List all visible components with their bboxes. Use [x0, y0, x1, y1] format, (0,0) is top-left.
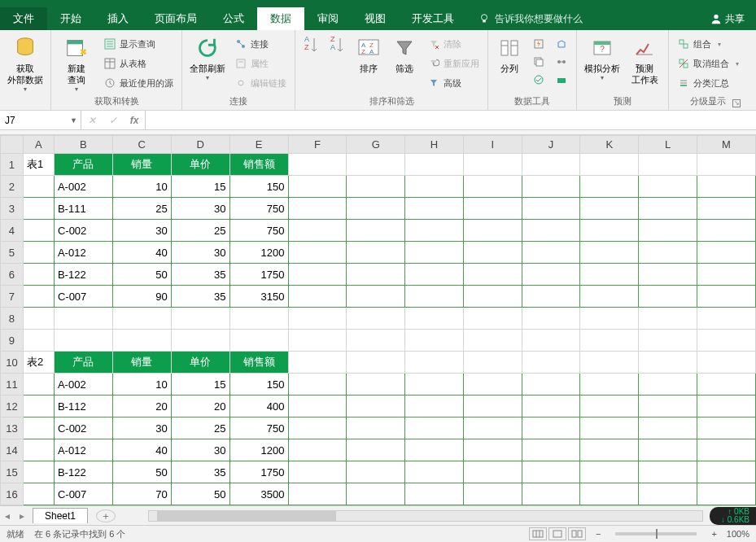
cell[interactable]: 30 — [171, 242, 229, 264]
cell[interactable]: 30 — [112, 220, 171, 242]
cell[interactable]: A-002 — [54, 374, 112, 396]
filter-button[interactable]: 筛选 — [388, 33, 421, 74]
cell[interactable]: 产品 — [54, 352, 112, 374]
sort-za-button[interactable]: ZA — [326, 33, 349, 58]
cell[interactable]: 30 — [112, 417, 171, 439]
tab-insert[interactable]: 插入 — [94, 7, 142, 30]
col-header[interactable]: H — [405, 136, 464, 154]
consolidate-button[interactable] — [552, 35, 571, 53]
tab-review[interactable]: 审阅 — [304, 7, 352, 30]
zoom-in-button[interactable]: + — [711, 529, 716, 539]
tab-formulas[interactable]: 公式 — [210, 7, 257, 30]
tab-developer[interactable]: 开发工具 — [399, 7, 467, 30]
view-switcher[interactable] — [529, 527, 586, 540]
cell[interactable]: B-112 — [54, 396, 112, 417]
cell[interactable]: 15 — [171, 374, 229, 396]
cell[interactable]: C-002 — [54, 220, 112, 242]
row-header[interactable]: 2 — [1, 176, 24, 198]
cell[interactable]: C-002 — [54, 417, 112, 439]
sheet-nav-first[interactable]: ◂ — [0, 510, 15, 522]
col-header[interactable]: I — [463, 136, 522, 154]
page-break-view-icon[interactable] — [568, 527, 586, 540]
cell[interactable]: 90 — [112, 286, 171, 308]
zoom-level[interactable]: 100% — [727, 529, 749, 539]
refresh-all-button[interactable]: 全部刷新 ▾ — [187, 33, 228, 81]
select-all-corner[interactable] — [1, 136, 24, 154]
column-headers[interactable]: A B C D E F G H I J K L M — [1, 136, 756, 154]
horizontal-scrollbar[interactable] — [148, 510, 703, 522]
col-header[interactable]: L — [639, 136, 697, 154]
row-header[interactable]: 4 — [1, 220, 24, 242]
cell[interactable]: B-122 — [54, 264, 112, 286]
remove-duplicates-button[interactable] — [529, 53, 548, 71]
cell[interactable]: C-007 — [54, 286, 112, 308]
cell[interactable]: 10 — [112, 374, 171, 396]
text-to-columns-button[interactable]: 分列 — [493, 33, 526, 74]
tab-data[interactable]: 数据 — [257, 7, 304, 30]
sheet-tab[interactable]: Sheet1 — [33, 508, 88, 523]
cell[interactable]: 40 — [112, 439, 171, 461]
recent-sources-button[interactable]: 最近使用的源 — [100, 74, 177, 92]
subtotal-button[interactable]: 分类汇总 — [674, 74, 742, 92]
row-header[interactable]: 6 — [1, 264, 24, 286]
row-header[interactable]: 3 — [1, 198, 24, 220]
row-header[interactable]: 15 — [1, 461, 24, 483]
cell[interactable]: 单价 — [171, 154, 229, 176]
worksheet-grid[interactable]: A B C D E F G H I J K L M 1表1产品销量单价销售额2A… — [0, 135, 756, 505]
cell[interactable]: 750 — [229, 417, 288, 439]
cell[interactable]: 25 — [171, 220, 229, 242]
add-sheet-button[interactable]: ＋ — [96, 509, 116, 522]
cell[interactable]: 10 — [112, 176, 171, 198]
tab-home[interactable]: 开始 — [47, 7, 94, 30]
cell[interactable]: 50 — [112, 461, 171, 483]
edit-links-button[interactable]: 编辑链接 — [231, 74, 290, 92]
cell[interactable]: 15 — [171, 176, 229, 198]
col-header[interactable]: A — [23, 136, 54, 154]
cell[interactable]: 30 — [171, 198, 229, 220]
cell[interactable]: 产品 — [54, 154, 112, 176]
zoom-slider[interactable] — [615, 532, 697, 535]
connections-button[interactable]: 连接 — [231, 35, 290, 53]
cell[interactable]: 销量 — [112, 352, 171, 374]
relationships-button[interactable] — [552, 53, 571, 71]
cell[interactable]: 销量 — [112, 154, 171, 176]
whatif-button[interactable]: ? 模拟分析 ▾ — [582, 33, 623, 81]
col-header[interactable]: G — [347, 136, 405, 154]
cell[interactable]: C-007 — [54, 483, 112, 505]
row-header[interactable]: 11 — [1, 374, 24, 396]
zoom-out-button[interactable]: − — [596, 529, 601, 539]
cell[interactable]: 销售额 — [229, 154, 288, 176]
tab-page-layout[interactable]: 页面布局 — [142, 7, 210, 30]
cell[interactable]: 表1 — [23, 154, 54, 176]
row-header[interactable]: 16 — [1, 483, 24, 505]
cell[interactable]: 单价 — [171, 352, 229, 374]
row-header[interactable]: 13 — [1, 417, 24, 439]
cell[interactable]: 25 — [112, 198, 171, 220]
sort-az-button[interactable]: AZ — [300, 33, 323, 58]
formula-input[interactable] — [146, 111, 756, 129]
cell[interactable]: 25 — [171, 417, 229, 439]
cell[interactable]: 1200 — [229, 439, 288, 461]
reapply-button[interactable]: 重新应用 — [424, 55, 483, 72]
cell[interactable]: 750 — [229, 198, 288, 220]
row-header[interactable]: 5 — [1, 242, 24, 264]
tab-file[interactable]: 文件 — [0, 7, 47, 30]
from-table-button[interactable]: 从表格 — [100, 55, 177, 72]
col-header[interactable]: D — [171, 136, 229, 154]
row-header[interactable]: 7 — [1, 286, 24, 308]
cell[interactable]: B-122 — [54, 461, 112, 483]
cell[interactable]: 3500 — [229, 483, 288, 505]
row-header[interactable]: 10 — [1, 352, 24, 374]
properties-button[interactable]: 属性 — [231, 55, 290, 72]
cell[interactable]: 销售额 — [229, 352, 288, 374]
cell[interactable]: 3150 — [229, 286, 288, 308]
cell[interactable]: B-111 — [54, 198, 112, 220]
flash-fill-button[interactable] — [529, 35, 548, 53]
cell[interactable]: 50 — [112, 264, 171, 286]
cell[interactable]: 30 — [171, 439, 229, 461]
cell[interactable]: 1750 — [229, 264, 288, 286]
cell[interactable]: A-012 — [54, 242, 112, 264]
row-header[interactable]: 14 — [1, 439, 24, 461]
cell[interactable]: 20 — [112, 396, 171, 417]
cell[interactable]: A-002 — [54, 176, 112, 198]
